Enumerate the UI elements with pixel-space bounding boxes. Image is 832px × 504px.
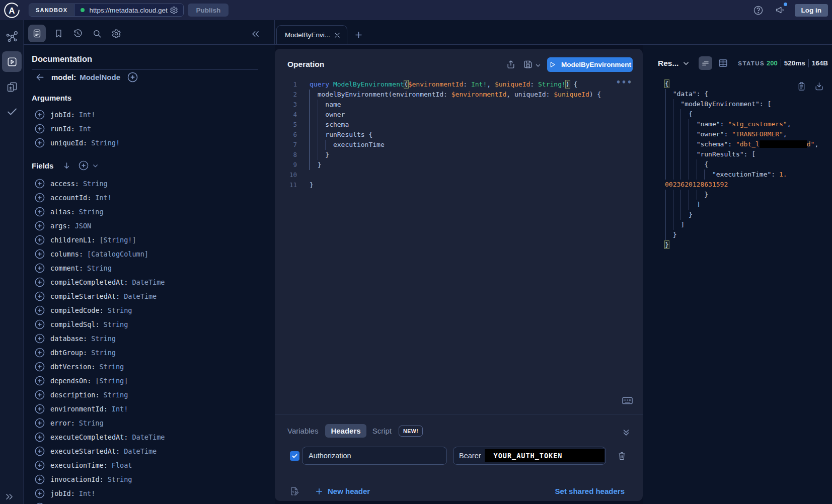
delete-header-icon[interactable]	[617, 451, 627, 461]
add-type-icon[interactable]	[127, 72, 138, 82]
field-name[interactable]: compileCompletedAt:	[50, 278, 128, 286]
collapse-docs-icon[interactable]	[251, 29, 260, 39]
field-name[interactable]: invocationId:	[50, 475, 104, 483]
field-type[interactable]: [String]	[95, 377, 128, 385]
field-name[interactable]: jobId:	[50, 489, 75, 497]
response-title[interactable]: Res...	[658, 59, 678, 68]
set-shared-headers-button[interactable]: Set shared headers	[555, 487, 625, 495]
add-field-icon[interactable]	[35, 277, 45, 287]
field-type[interactable]: Int!	[112, 405, 128, 413]
explorer-nav-item[interactable]	[2, 51, 22, 72]
documentation-tab-icon[interactable]	[28, 25, 46, 42]
field-type[interactable]: String	[83, 180, 108, 188]
field-name[interactable]: executeStartedAt:	[50, 447, 120, 455]
login-button[interactable]: Log in	[795, 4, 828, 17]
field-type[interactable]: String	[91, 349, 116, 357]
bookmarks-icon[interactable]	[52, 29, 65, 38]
add-field-icon[interactable]	[35, 221, 45, 231]
add-field-icon[interactable]	[35, 124, 45, 134]
history-icon[interactable]	[71, 28, 84, 39]
add-field-icon[interactable]	[35, 362, 45, 372]
field-type[interactable]: String	[104, 320, 128, 328]
new-header-plus-icon[interactable]	[315, 487, 323, 495]
tab-script[interactable]: Script	[372, 427, 392, 435]
add-field-icon[interactable]	[35, 319, 45, 329]
fields-options-chevron-icon[interactable]	[92, 162, 99, 169]
save-options-chevron-icon[interactable]	[535, 62, 541, 68]
add-field-icon[interactable]	[35, 474, 45, 484]
collections-icon[interactable]	[0, 81, 24, 93]
field-name[interactable]: access:	[50, 180, 79, 188]
field-type[interactable]: String	[108, 306, 132, 314]
editor-menu-dots-icon[interactable]: •••	[616, 78, 633, 87]
field-type[interactable]: String	[108, 475, 132, 483]
tab-variables[interactable]: Variables	[287, 427, 318, 435]
field-type[interactable]: String	[104, 391, 128, 399]
field-name[interactable]: dbtVersion:	[50, 363, 95, 371]
back-icon[interactable]	[35, 72, 45, 82]
header-value-input[interactable]: Bearer YOUR_AUTH_TOKEN	[453, 447, 606, 465]
field-name[interactable]: alias:	[50, 208, 75, 216]
field-name[interactable]: compileStartedAt:	[50, 292, 120, 300]
field-type[interactable]: String	[79, 419, 104, 427]
table-view-toggle[interactable]	[718, 58, 728, 68]
field-name[interactable]: compiledCode:	[50, 306, 104, 314]
new-header-button[interactable]: New header	[328, 487, 370, 495]
field-name[interactable]: dependsOn:	[50, 377, 91, 385]
close-tab-icon[interactable]	[334, 32, 341, 39]
field-name[interactable]: args:	[50, 222, 71, 230]
save-operation-icon[interactable]	[523, 59, 533, 69]
add-tab-icon[interactable]	[355, 31, 362, 39]
field-name[interactable]: childrenL1:	[50, 236, 95, 244]
preflight-script-icon[interactable]	[289, 486, 300, 496]
apollo-logo[interactable]: A	[0, 0, 24, 20]
field-name[interactable]: runId:	[50, 125, 75, 133]
add-field-icon[interactable]	[35, 348, 45, 358]
field-type[interactable]: DateTime	[132, 278, 165, 286]
add-field-icon[interactable]	[35, 291, 45, 301]
add-field-icon[interactable]	[35, 404, 45, 414]
add-field-icon[interactable]	[35, 138, 45, 148]
sort-fields-icon[interactable]	[62, 161, 71, 170]
add-field-icon[interactable]	[35, 249, 45, 259]
schema-graph-icon[interactable]	[0, 30, 24, 43]
add-field-icon[interactable]	[35, 333, 45, 344]
header-key-input[interactable]: Authorization	[302, 447, 447, 465]
operation-tab[interactable]: ModelByEnvi...	[276, 25, 347, 44]
field-type[interactable]: String!	[91, 139, 120, 147]
field-name[interactable]: jobId:	[50, 111, 75, 119]
field-type[interactable]: DateTime	[124, 447, 157, 455]
copy-response-icon[interactable]	[797, 81, 806, 91]
field-name[interactable]: executeCompletedAt:	[50, 433, 128, 441]
field-type[interactable]: DateTime	[132, 433, 165, 441]
field-type[interactable]: String	[87, 264, 112, 272]
field-name[interactable]: description:	[50, 391, 100, 399]
add-field-icon[interactable]	[35, 418, 45, 428]
add-field-icon[interactable]	[35, 446, 45, 456]
field-type[interactable]: Float	[112, 461, 132, 469]
tab-headers[interactable]: Headers	[325, 424, 366, 438]
expand-rail-icon[interactable]	[0, 492, 18, 501]
field-name[interactable]: error:	[50, 419, 75, 427]
endpoint-settings-icon[interactable]	[170, 6, 178, 15]
add-field-icon[interactable]	[35, 376, 45, 386]
checks-icon[interactable]	[0, 106, 24, 118]
download-response-icon[interactable]	[814, 81, 824, 91]
field-name[interactable]: environmentId:	[50, 405, 108, 413]
field-type[interactable]: JSON	[75, 222, 92, 230]
collapse-panel-icon[interactable]	[622, 428, 631, 437]
header-enabled-checkbox[interactable]	[290, 451, 299, 461]
field-name[interactable]: dbtGroup:	[50, 349, 87, 357]
add-field-icon[interactable]	[35, 193, 45, 203]
field-name[interactable]: compiledSql:	[50, 320, 100, 328]
type-name[interactable]: ModelNode	[80, 73, 120, 81]
field-name[interactable]: database:	[50, 334, 87, 343]
add-field-icon[interactable]	[35, 460, 45, 470]
field-type[interactable]: Int!	[79, 111, 96, 119]
add-field-icon[interactable]	[35, 207, 45, 217]
help-icon[interactable]	[753, 5, 764, 16]
field-name[interactable]: comment:	[50, 264, 83, 272]
add-field-icon[interactable]	[35, 263, 45, 273]
field-name[interactable]: executionTime:	[50, 461, 108, 469]
field-type[interactable]: String	[99, 363, 124, 371]
